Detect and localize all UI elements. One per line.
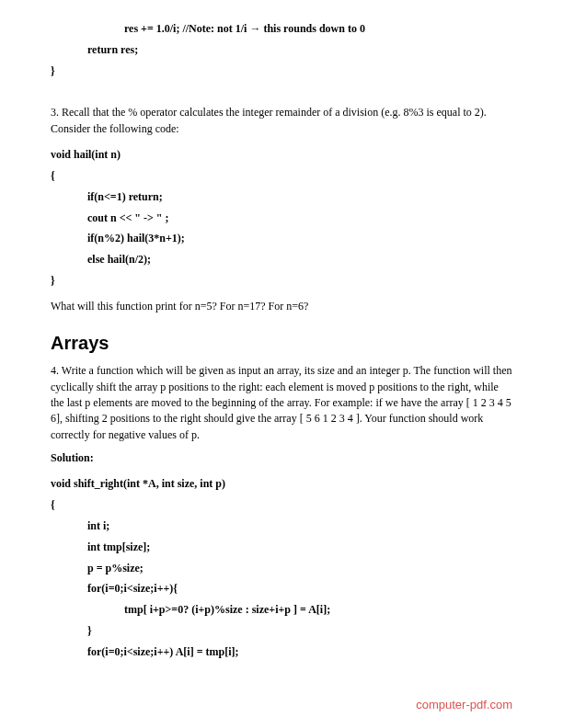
code-line: cout n << " -> " ; [87,208,512,229]
code-line: tmp[ i+p>=0? (i+p)%size : size+i+p ] = A… [124,599,512,620]
solution-label: Solution: [51,450,512,466]
footer-source: computer-pdf.com [416,698,512,711]
code-line: if(n<=1) return; [87,187,512,208]
code-snippet-1: res += 1.0/i; //Note: not 1/i → this rou… [51,18,512,81]
code-line: } [87,620,512,642]
code-snippet-2: void hail(int n) { if(n<=1) return; cout… [51,144,512,291]
code-line: { [51,495,512,516]
code-line: res += 1.0/i; //Note: not 1/i → this rou… [124,18,512,40]
code-line: } [51,270,512,291]
code-line: if(n%2) hail(3*n+1); [87,228,512,249]
code-line: p = p%size; [87,558,512,579]
section-heading-arrays: Arrays [51,333,512,354]
code-line: } [51,61,512,82]
code-line: int tmp[size]; [87,537,512,558]
code-line: for(i=0;i<size;i++){ [87,578,512,599]
paragraph-question-3b: What will this function print for n=5? F… [51,299,512,314]
code-line: void hail(int n) [51,144,512,165]
code-line: { [51,165,512,187]
code-line: return res; [87,40,512,61]
code-line: int i; [87,516,512,537]
page-content: res += 1.0/i; //Note: not 1/i → this rou… [0,0,563,696]
code-snippet-3: void shift_right(int *A, int size, int p… [51,473,512,662]
code-line: void shift_right(int *A, int size, int p… [51,473,512,495]
paragraph-question-3: 3. Recall that the % operator calculates… [51,105,512,137]
paragraph-question-4: 4. Write a function which will be given … [51,363,512,443]
code-line: for(i=0;i<size;i++) A[i] = tmp[i]; [87,642,512,663]
code-line: else hail(n/2); [87,249,512,270]
